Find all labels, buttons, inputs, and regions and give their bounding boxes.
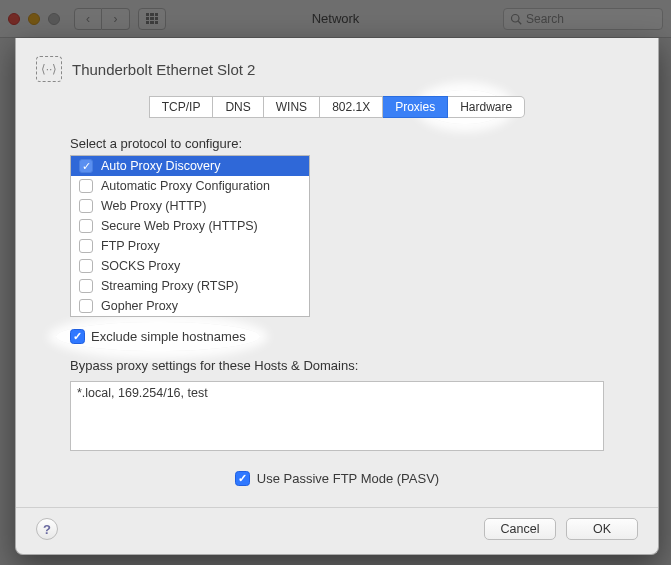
tab-hardware[interactable]: Hardware bbox=[448, 96, 525, 118]
protocol-item-https[interactable]: Secure Web Proxy (HTTPS) bbox=[71, 216, 309, 236]
tab-dns[interactable]: DNS bbox=[213, 96, 263, 118]
checkbox-icon[interactable] bbox=[79, 299, 93, 313]
tab-tcpip[interactable]: TCP/IP bbox=[149, 96, 214, 118]
protocol-item-label: Streaming Proxy (RTSP) bbox=[101, 279, 238, 293]
tab-8021x[interactable]: 802.1X bbox=[320, 96, 383, 118]
svg-point-0 bbox=[512, 14, 520, 22]
protocol-item-ftp[interactable]: FTP Proxy bbox=[71, 236, 309, 256]
protocol-item-label: Secure Web Proxy (HTTPS) bbox=[101, 219, 258, 233]
back-button[interactable]: ‹ bbox=[74, 8, 102, 30]
checkbox-icon[interactable] bbox=[79, 199, 93, 213]
cancel-button[interactable]: Cancel bbox=[484, 518, 556, 540]
checkbox-icon[interactable] bbox=[79, 219, 93, 233]
chevron-left-icon: ‹ bbox=[86, 12, 90, 26]
protocol-item-socks[interactable]: SOCKS Proxy bbox=[71, 256, 309, 276]
checkbox-icon[interactable] bbox=[79, 279, 93, 293]
search-input[interactable]: Search bbox=[503, 8, 663, 30]
exclude-hostnames-label: Exclude simple hostnames bbox=[91, 329, 246, 344]
window-traffic-lights[interactable] bbox=[8, 13, 60, 25]
checkbox-icon[interactable] bbox=[79, 159, 93, 173]
protocol-item-label: Gopher Proxy bbox=[101, 299, 178, 313]
checkbox-icon[interactable] bbox=[79, 239, 93, 253]
show-all-button[interactable] bbox=[138, 8, 166, 30]
ethernet-icon: ⟨··⟩ bbox=[36, 56, 62, 82]
protocol-item-label: Automatic Proxy Configuration bbox=[101, 179, 270, 193]
protocol-item-gopher[interactable]: Gopher Proxy bbox=[71, 296, 309, 316]
tab-wins[interactable]: WINS bbox=[264, 96, 320, 118]
pasv-checkbox[interactable] bbox=[235, 471, 250, 486]
tab-bar: TCP/IP DNS WINS 802.1X Proxies Hardware bbox=[36, 96, 638, 118]
protocol-list[interactable]: Auto Proxy Discovery Automatic Proxy Con… bbox=[70, 155, 310, 317]
bypass-label: Bypass proxy settings for these Hosts & … bbox=[70, 358, 604, 373]
protocol-item-label: FTP Proxy bbox=[101, 239, 160, 253]
sheet-title: Thunderbolt Ethernet Slot 2 bbox=[72, 61, 255, 78]
pasv-label: Use Passive FTP Mode (PASV) bbox=[257, 471, 439, 486]
tab-proxies[interactable]: Proxies bbox=[383, 96, 448, 118]
svg-line-1 bbox=[518, 21, 521, 24]
bypass-value: *.local, 169.254/16, test bbox=[77, 386, 208, 400]
close-window-icon[interactable] bbox=[8, 13, 20, 25]
search-placeholder: Search bbox=[526, 12, 564, 26]
exclude-hostnames-checkbox[interactable] bbox=[70, 329, 85, 344]
checkbox-icon[interactable] bbox=[79, 179, 93, 193]
grid-icon bbox=[146, 13, 158, 25]
bypass-textarea[interactable]: *.local, 169.254/16, test bbox=[70, 381, 604, 451]
ok-button[interactable]: OK bbox=[566, 518, 638, 540]
protocol-item-auto-config[interactable]: Automatic Proxy Configuration bbox=[71, 176, 309, 196]
protocol-label: Select a protocol to configure: bbox=[70, 136, 604, 151]
zoom-window-icon bbox=[48, 13, 60, 25]
protocol-item-http[interactable]: Web Proxy (HTTP) bbox=[71, 196, 309, 216]
protocol-item-auto-discovery[interactable]: Auto Proxy Discovery bbox=[71, 156, 309, 176]
help-button[interactable]: ? bbox=[36, 518, 58, 540]
window-title: Network bbox=[312, 11, 360, 26]
advanced-sheet: ⟨··⟩ Thunderbolt Ethernet Slot 2 TCP/IP … bbox=[15, 38, 659, 555]
protocol-item-label: Auto Proxy Discovery bbox=[101, 159, 220, 173]
protocol-item-label: Web Proxy (HTTP) bbox=[101, 199, 206, 213]
protocol-item-label: SOCKS Proxy bbox=[101, 259, 180, 273]
protocol-item-rtsp[interactable]: Streaming Proxy (RTSP) bbox=[71, 276, 309, 296]
chevron-right-icon: › bbox=[114, 12, 118, 26]
search-icon bbox=[510, 13, 522, 25]
forward-button[interactable]: › bbox=[102, 8, 130, 30]
checkbox-icon[interactable] bbox=[79, 259, 93, 273]
minimize-window-icon[interactable] bbox=[28, 13, 40, 25]
